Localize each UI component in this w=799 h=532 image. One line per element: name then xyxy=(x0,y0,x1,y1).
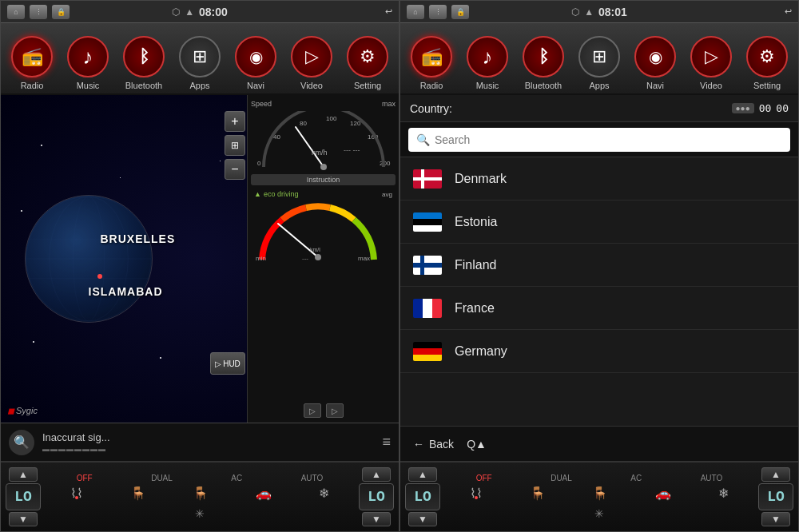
left-window-btn-2[interactable]: ⋮ xyxy=(30,5,47,19)
right-panel-right-temp-down-button[interactable]: ▼ xyxy=(761,512,790,526)
arrow-btn-2[interactable]: ▷ xyxy=(326,403,344,418)
signal-text: Inaccurat sig... xyxy=(42,431,374,443)
bruxelles-label: BRUXELLES xyxy=(101,232,176,245)
svg-rect-25 xyxy=(413,177,442,181)
left-window-btn-3[interactable]: 🔒 xyxy=(52,5,70,19)
right-bt-icon: ⬡ xyxy=(571,6,579,18)
right-panel-mode-dual[interactable]: DUAL xyxy=(551,474,572,482)
left-ac-wrapper: ❄ xyxy=(319,486,329,501)
right-nav-navi[interactable]: ◉ Navi xyxy=(631,36,679,90)
back-button[interactable]: ← Back xyxy=(413,438,454,451)
search-input-wrapper[interactable]: 🔍 xyxy=(408,128,790,152)
denmark-flag xyxy=(413,169,442,189)
svg-text:0: 0 xyxy=(257,160,261,167)
left-ac-icon: ❄ xyxy=(319,486,329,501)
right-nav-bluetooth[interactable]: ᛒ Bluetooth xyxy=(519,36,567,90)
left-climate-modes: OFF DUAL AC AUTO ⌇⌇ 🪑 🪑 🚗 xyxy=(44,474,356,520)
country-item-germany[interactable]: Germany xyxy=(400,330,798,373)
right-temp-down-button[interactable]: ▼ xyxy=(362,512,391,526)
right-panel-seat-wrapper: 🪑 xyxy=(530,486,546,501)
left-temp-control: ▲ LO ▼ xyxy=(6,467,41,526)
right-right-controls: ↩ xyxy=(785,6,792,17)
left-mode-off[interactable]: OFF xyxy=(77,474,93,482)
estonia-flag-svg xyxy=(413,212,442,232)
right-panel-left-temp-up-button[interactable]: ▲ xyxy=(408,467,437,482)
sygic-logo: ◼Sygic xyxy=(7,406,38,416)
right-nav-radio[interactable]: 📻 Radio xyxy=(407,36,455,90)
left-apps-icon-wrapper: ⊞ xyxy=(179,36,221,77)
search-sort-button[interactable]: Q▲ xyxy=(467,438,487,451)
left-nav-navi[interactable]: ◉ Navi xyxy=(232,36,280,90)
search-bar: 🔍 xyxy=(400,122,798,157)
country-item-denmark[interactable]: Denmark xyxy=(400,157,798,200)
right-window-btn-2[interactable]: ⋮ xyxy=(429,5,447,19)
zoom-in-button[interactable]: + xyxy=(225,111,245,132)
left-windshield-dot xyxy=(75,496,78,499)
left-nav-music[interactable]: ♪ Music xyxy=(64,36,112,90)
right-panel-right-temp-up-button[interactable]: ▲ xyxy=(761,467,790,482)
country-item-finland[interactable]: Finland xyxy=(400,244,798,287)
country-item-estonia[interactable]: Estonia xyxy=(400,200,798,244)
right-nav-video[interactable]: ▷ Video xyxy=(687,36,735,90)
right-panel-mode-off[interactable]: OFF xyxy=(476,474,492,482)
left-nav-bar: 📻 Radio ♪ Music ᛒ Bluetooth ⊞ Apps ◉ xyxy=(1,23,399,95)
estonia-flag xyxy=(413,212,442,232)
search-input[interactable] xyxy=(435,133,782,146)
eco-triangle-icon: ▲ xyxy=(254,190,261,198)
right-apps-icon: ⊞ xyxy=(592,46,606,67)
right-panel-mode-ac[interactable]: AC xyxy=(630,474,642,482)
right-bluetooth-label: Bluetooth xyxy=(525,81,562,90)
left-seat2-wrapper: 🪑 xyxy=(193,486,209,501)
right-navi-icon-wrapper: ◉ xyxy=(634,36,676,77)
left-signal-bar: 🔍 Inaccurat sig... ▬▬▬▬▬▬▬▬ ≡ xyxy=(1,423,399,461)
left-nav-setting[interactable]: ⚙ Setting xyxy=(344,36,392,90)
right-video-icon: ▷ xyxy=(705,46,718,67)
left-seat-wrapper: 🪑 xyxy=(130,486,146,501)
left-panel: ⌂ ⋮ 🔒 ⬡ ▲ 08:00 ↩ 📻 Radio ♪ Music ᛒ xyxy=(0,0,400,532)
right-panel-climate-modes: OFF DUAL AC AUTO ⌇⌇ 🪑 🪑 🚗 xyxy=(443,474,755,520)
denmark-flag-svg xyxy=(413,169,442,189)
right-time: 08:01 xyxy=(598,6,627,18)
left-nav-apps[interactable]: ⊞ Apps xyxy=(176,36,224,90)
left-temp-down-button[interactable]: ▼ xyxy=(9,512,38,526)
right-window-btn-1[interactable]: ⌂ xyxy=(407,5,424,19)
right-nav-music[interactable]: ♪ Music xyxy=(463,36,511,90)
right-temp-up-button[interactable]: ▲ xyxy=(362,467,391,482)
left-nav-radio[interactable]: 📻 Radio xyxy=(8,36,56,90)
svg-rect-37 xyxy=(413,355,442,361)
right-bluetooth-icon: ᛒ xyxy=(539,46,549,67)
left-mode-auto[interactable]: AUTO xyxy=(301,474,324,482)
right-window-btn-3[interactable]: 🔒 xyxy=(451,5,469,19)
left-nav-bluetooth[interactable]: ᛒ Bluetooth xyxy=(120,36,168,90)
globe-circle xyxy=(25,195,153,323)
right-status-bar: ⌂ ⋮ 🔒 ⬡ ▲ 08:01 ↩ xyxy=(400,1,798,23)
right-panel-left-temp-down-button[interactable]: ▼ xyxy=(408,512,437,526)
left-mode-dual[interactable]: DUAL xyxy=(151,474,173,482)
finland-flag-svg xyxy=(413,256,442,275)
right-nav-apps[interactable]: ⊞ Apps xyxy=(575,36,623,90)
left-video-icon-wrapper: ▷ xyxy=(291,36,332,77)
right-panel-climate-labels-row: OFF DUAL AC AUTO xyxy=(443,474,755,482)
left-nav-video[interactable]: ▷ Video xyxy=(288,36,336,90)
svg-line-13 xyxy=(296,127,324,167)
finland-flag xyxy=(413,256,442,275)
left-search-icon-button[interactable]: 🔍 xyxy=(9,430,34,455)
left-window-controls: ⌂ ⋮ 🔒 xyxy=(7,5,70,19)
left-temp-up-button[interactable]: ▲ xyxy=(9,467,38,482)
signal-bars: ▬▬▬▬▬▬▬▬ xyxy=(42,445,374,453)
arrow-btn-1[interactable]: ▷ xyxy=(304,403,321,418)
right-panel-mode-auto[interactable]: AUTO xyxy=(701,474,723,482)
menu-icon-button[interactable]: ≡ xyxy=(382,434,391,451)
hud-button[interactable]: ▷ HUD xyxy=(210,352,245,375)
left-window-btn-1[interactable]: ⌂ xyxy=(7,5,25,19)
grid-button[interactable]: ⊞ xyxy=(225,135,245,156)
svg-point-18 xyxy=(315,254,321,260)
country-item-france[interactable]: France xyxy=(400,287,798,330)
right-music-label: Music xyxy=(476,81,499,90)
zoom-out-button[interactable]: − xyxy=(225,159,245,180)
germany-name: Germany xyxy=(455,344,507,359)
left-mode-ac[interactable]: AC xyxy=(231,474,242,482)
right-radio-icon-wrapper: 📻 xyxy=(411,36,452,77)
right-nav-setting[interactable]: ⚙ Setting xyxy=(743,36,791,90)
left-climate-bar: ▲ LO ▼ OFF DUAL AC AUTO ⌇⌇ 🪑 🪑 xyxy=(1,461,399,531)
